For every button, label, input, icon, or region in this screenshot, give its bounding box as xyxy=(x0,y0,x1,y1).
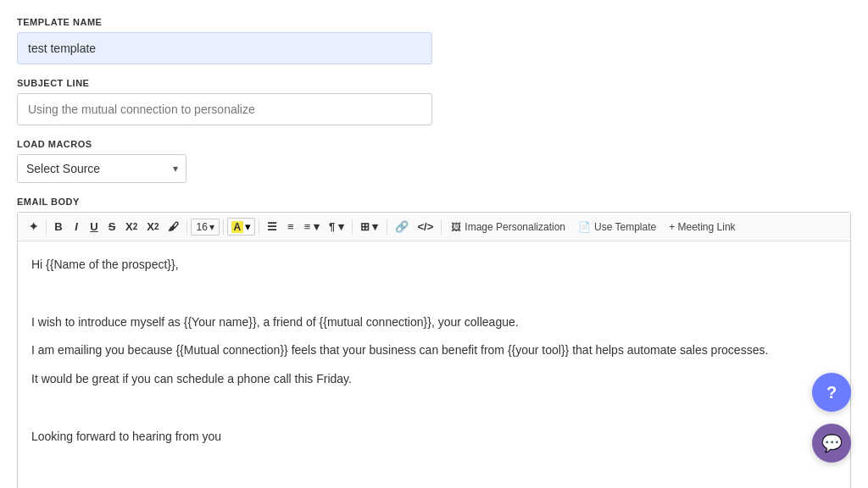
use-template-label: Use Template xyxy=(594,221,656,233)
use-template-button[interactable]: 📄 Use Template xyxy=(572,219,662,236)
ordered-list-button[interactable]: ≡ xyxy=(282,218,299,236)
font-size-button[interactable]: 16 ▾ xyxy=(191,219,219,236)
editor-wrapper: ✦ B I U S X2 X2 🖌 16 ▾ xyxy=(17,212,851,488)
template-name-section: TEMPLATE NAME xyxy=(17,17,851,64)
image-icon: 🖼 xyxy=(451,221,461,233)
editor-line-1: Hi {{Name of the prospect}}, xyxy=(31,255,837,275)
code-button[interactable]: </> xyxy=(414,218,438,236)
sep2 xyxy=(186,219,187,235)
load-macros-label: LOAD MACROS xyxy=(17,139,851,149)
toolbar-row: ✦ B I U S X2 X2 🖌 16 ▾ xyxy=(25,218,742,236)
bold-button[interactable]: B xyxy=(50,218,67,236)
superscript-button[interactable]: X2 xyxy=(121,218,142,236)
sep5 xyxy=(352,219,353,235)
highlight-color-swatch: A xyxy=(231,221,243,233)
sep1 xyxy=(46,219,47,235)
editor-line-3: I wish to introduce myself as {{Your nam… xyxy=(31,313,837,333)
editor-line-5: It would be great if you can schedule a … xyxy=(31,369,837,390)
chat-fab-button[interactable]: 💬 xyxy=(812,424,851,463)
link-button[interactable]: 🔗 xyxy=(391,218,413,236)
sep4 xyxy=(259,219,259,235)
template-icon: 📄 xyxy=(578,221,591,233)
highlight-color-button[interactable]: A ▾ xyxy=(227,218,255,236)
editor-content-area[interactable]: Hi {{Name of the prospect}}, I wish to i… xyxy=(18,241,850,488)
meeting-link-button[interactable]: + Meeting Link xyxy=(663,219,741,236)
font-size-value: 16 xyxy=(196,221,207,233)
sep6 xyxy=(387,219,387,235)
editor-line-4: I am emailing you because {{Mutual conne… xyxy=(31,341,837,361)
sep7 xyxy=(441,219,442,235)
unordered-list-button[interactable]: ☰ xyxy=(263,218,281,236)
magic-btn[interactable]: ✦ xyxy=(25,218,42,236)
select-source-dropdown[interactable]: Select Source xyxy=(17,154,186,183)
editor-line-9: Thanks! xyxy=(31,484,837,488)
meeting-link-label: + Meeting Link xyxy=(669,221,735,233)
image-personalization-button[interactable]: 🖼 Image Personalization xyxy=(445,219,571,236)
sep3 xyxy=(223,219,224,235)
editor-toolbar: ✦ B I U S X2 X2 🖌 16 ▾ xyxy=(18,213,850,241)
editor-line-8 xyxy=(31,456,837,476)
strikethrough-button[interactable]: S xyxy=(103,218,120,236)
email-body-section: EMAIL BODY ✦ B I U S X2 X2 🖌 xyxy=(17,197,851,488)
font-size-arrow: ▾ xyxy=(209,221,214,233)
table-button[interactable]: ⊞ ▾ xyxy=(356,218,383,236)
align-button[interactable]: ≡ ▾ xyxy=(300,218,324,236)
template-name-input[interactable] xyxy=(17,32,432,64)
subscript-button[interactable]: X2 xyxy=(142,218,163,236)
select-source-wrapper: Select Source xyxy=(17,154,186,183)
help-fab-button[interactable]: ? xyxy=(812,373,851,412)
email-body-label: EMAIL BODY xyxy=(17,197,851,207)
editor-line-6 xyxy=(31,398,837,419)
template-name-label: TEMPLATE NAME xyxy=(17,17,851,27)
load-macros-section: LOAD MACROS Select Source xyxy=(17,139,851,183)
editor-line-7: Looking forward to hearing from you xyxy=(31,427,837,447)
editor-line-2 xyxy=(31,284,837,304)
subject-line-label: SUBJECT LINE xyxy=(17,78,851,88)
paintbrush-button[interactable]: 🖌 xyxy=(164,218,183,236)
underline-button[interactable]: U xyxy=(86,218,103,236)
image-personalization-label: Image Personalization xyxy=(465,221,565,233)
page-container: TEMPLATE NAME SUBJECT LINE LOAD MACROS S… xyxy=(0,0,868,488)
chat-icon: 💬 xyxy=(821,433,843,453)
subject-line-input[interactable] xyxy=(17,93,432,125)
text-style-button[interactable]: ¶ ▾ xyxy=(325,218,348,236)
highlight-dropdown-arrow: ▾ xyxy=(245,220,251,233)
subject-line-section: SUBJECT LINE xyxy=(17,78,851,125)
italic-button[interactable]: I xyxy=(68,218,85,236)
